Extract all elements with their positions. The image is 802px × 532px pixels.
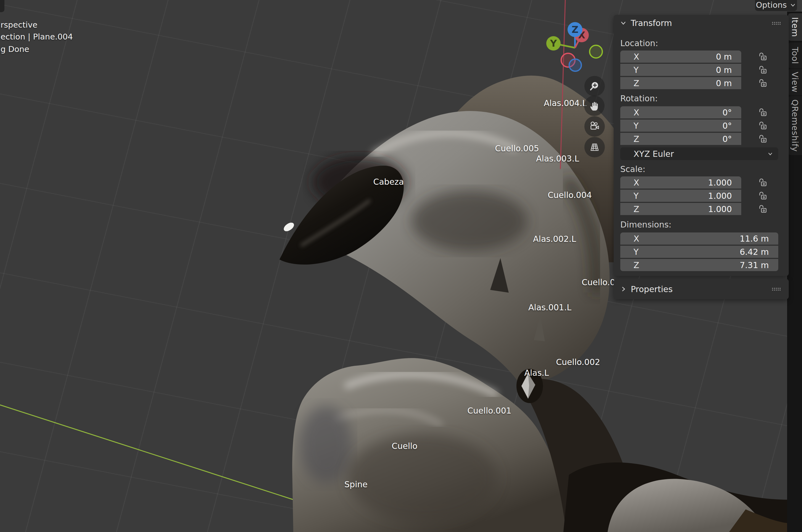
transform-rotation-x-field[interactable]: X0° bbox=[620, 106, 741, 118]
zoom-tool-button[interactable] bbox=[584, 76, 605, 96]
viewport-overlay-collection: ection | Plane.004 bbox=[1, 32, 73, 41]
transform-dimensions-z-field[interactable]: Z7.31 m bbox=[620, 259, 778, 271]
transform-scale-z-field[interactable]: Z1.000 bbox=[620, 203, 741, 215]
tab-label: Item bbox=[790, 17, 800, 37]
tab-label: QRemeshify bbox=[790, 99, 800, 152]
axis-line-green bbox=[0, 404, 304, 503]
camera-icon bbox=[589, 120, 601, 133]
transform-scale-y-field[interactable]: Y1.000 bbox=[620, 190, 741, 202]
tab-label: Tool bbox=[790, 47, 800, 64]
lock-icon[interactable] bbox=[758, 64, 768, 76]
field-value: 11.6 m bbox=[740, 234, 778, 244]
rotation-label: Rotation: bbox=[620, 93, 658, 104]
transform-location-z-field[interactable]: Z0 m bbox=[620, 77, 741, 89]
ortho-grid-icon bbox=[589, 141, 601, 153]
field-value: 1.000 bbox=[708, 178, 741, 188]
transform-location-x-field[interactable]: X0 m bbox=[620, 51, 741, 63]
gizmo-axis-neg-z[interactable] bbox=[569, 59, 581, 71]
properties-panel-header[interactable]: Properties bbox=[614, 279, 789, 299]
beak-white-spot bbox=[282, 221, 296, 233]
axis-label: X bbox=[620, 178, 639, 188]
options-button[interactable]: Options bbox=[755, 0, 797, 11]
transform-panel: Transform Location: X0 mY0 mZ0 m Rotatio… bbox=[614, 15, 789, 276]
viewport-overlay-perspective: rspective bbox=[1, 20, 38, 30]
rotation-fields: X0°Y0°Z0° bbox=[620, 106, 782, 146]
lock-icon[interactable] bbox=[758, 190, 768, 202]
field-value: 1.000 bbox=[708, 191, 741, 201]
axis-label: Y bbox=[620, 121, 638, 131]
scale-fields: X1.000Y1.000Z1.000 bbox=[620, 176, 782, 216]
field-value: 0 m bbox=[716, 52, 741, 61]
viewport-overlay-status: g Done bbox=[1, 44, 29, 54]
axis-label: Z bbox=[620, 78, 639, 88]
lock-icon[interactable] bbox=[758, 203, 768, 215]
field-value: 1.000 bbox=[708, 204, 741, 214]
sidebar-tab-tool[interactable]: Tool bbox=[788, 42, 802, 69]
axis-label: Z bbox=[620, 260, 639, 270]
transform-dimensions-x-field[interactable]: X11.6 m bbox=[620, 232, 778, 245]
axis-label: Y bbox=[620, 65, 638, 75]
transform-rotation-y-field[interactable]: Y0° bbox=[620, 119, 741, 132]
lock-icon[interactable] bbox=[758, 133, 768, 145]
axis-label: X bbox=[620, 52, 639, 61]
transform-scale-x-field[interactable]: X1.000 bbox=[620, 176, 741, 189]
lock-icon[interactable] bbox=[758, 119, 768, 132]
axis-label: Z bbox=[620, 204, 639, 214]
location-label: Location: bbox=[620, 38, 658, 49]
lock-icon[interactable] bbox=[758, 176, 768, 189]
scale-label: Scale: bbox=[620, 164, 646, 175]
field-value: 6.42 m bbox=[740, 247, 778, 257]
sidebar-tab-item[interactable]: Item bbox=[788, 13, 802, 41]
panel-grip-handle[interactable] bbox=[771, 21, 781, 25]
pan-tool-button[interactable] bbox=[584, 96, 604, 116]
rotation-mode-value: XYZ Euler bbox=[620, 149, 674, 159]
chevron-down-icon bbox=[620, 19, 627, 26]
chevron-down-icon bbox=[767, 151, 773, 157]
axis-label: Y bbox=[620, 247, 638, 257]
lock-icon[interactable] bbox=[758, 77, 768, 89]
toolbar-edge-chip bbox=[0, 0, 4, 12]
axis-label: Y bbox=[620, 191, 638, 201]
location-fields: X0 mY0 mZ0 m bbox=[620, 51, 782, 90]
axis-label: X bbox=[620, 234, 639, 244]
sidebar-tab-qremeshify[interactable]: QRemeshify bbox=[788, 96, 802, 155]
navigation-gizmo[interactable]: X Z Y bbox=[539, 13, 608, 75]
rotation-mode-dropdown[interactable]: XYZ Euler bbox=[620, 148, 778, 160]
gizmo-y-label: Y bbox=[550, 38, 557, 49]
transform-location-y-field[interactable]: Y0 m bbox=[620, 64, 741, 76]
chevron-down-icon bbox=[789, 2, 796, 8]
chevron-right-icon bbox=[620, 285, 627, 293]
dimensions-fields: X11.6 mY6.42 mZ7.31 m bbox=[620, 232, 782, 271]
panel-grip-handle[interactable] bbox=[771, 287, 781, 291]
blender-3d-viewport: Alas.004.LCuello.005Alas.003.LCabezaCuel… bbox=[0, 0, 802, 532]
field-value: 7.31 m bbox=[740, 260, 778, 270]
field-value: 0 m bbox=[716, 65, 741, 75]
panel-title: Properties bbox=[631, 284, 673, 294]
zoom-icon bbox=[589, 80, 601, 92]
hand-icon bbox=[588, 100, 600, 112]
camera-view-button[interactable] bbox=[584, 116, 605, 137]
axis-label: X bbox=[620, 108, 639, 117]
field-value: 0° bbox=[723, 134, 741, 144]
panel-title: Transform bbox=[631, 18, 672, 28]
transform-panel-header[interactable]: Transform bbox=[614, 15, 789, 31]
tab-label: View bbox=[790, 72, 800, 93]
transform-dimensions-y-field[interactable]: Y6.42 m bbox=[620, 246, 778, 258]
transform-rotation-z-field[interactable]: Z0° bbox=[620, 133, 741, 145]
field-value: 0° bbox=[723, 121, 741, 131]
options-label: Options bbox=[756, 0, 787, 10]
gizmo-axis-neg-y[interactable] bbox=[590, 45, 602, 58]
lock-icon[interactable] bbox=[758, 51, 768, 63]
sidebar-tab-view[interactable]: View bbox=[788, 69, 802, 96]
axis-label: Z bbox=[620, 134, 639, 144]
field-value: 0° bbox=[723, 108, 741, 117]
dimensions-label: Dimensions: bbox=[620, 219, 671, 230]
field-value: 0 m bbox=[716, 78, 741, 88]
gizmo-z-label: Z bbox=[572, 24, 579, 35]
lock-icon[interactable] bbox=[758, 106, 768, 118]
properties-panel: Properties bbox=[614, 279, 789, 299]
perspective-toggle-button[interactable] bbox=[584, 137, 605, 157]
